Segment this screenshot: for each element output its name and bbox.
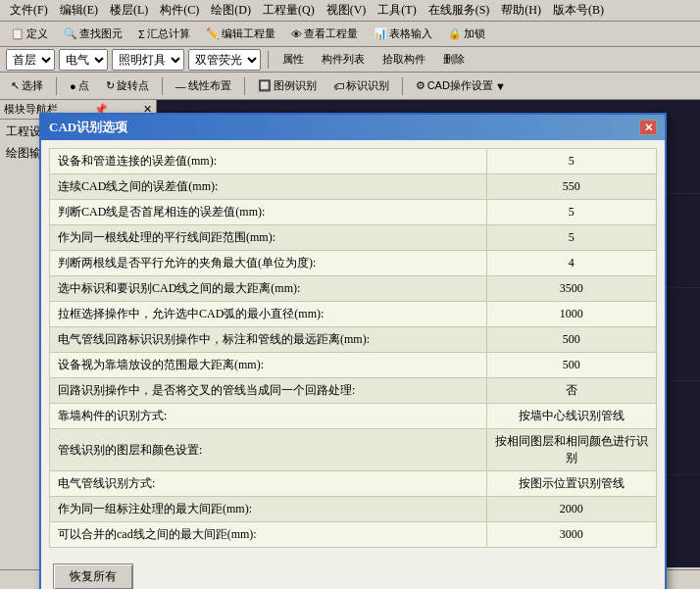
option-label: 靠墙构件的识别方式: xyxy=(50,404,487,429)
cad-options-dialog: CAD识别选项 ✕ 设备和管道连接的误差值(mm):5连续CAD线之间的误差值(… xyxy=(39,113,667,589)
option-value[interactable]: 2000 xyxy=(486,497,656,522)
option-value[interactable]: 3000 xyxy=(486,522,656,548)
option-label: 连续CAD线之间的误差值(mm): xyxy=(50,174,487,200)
option-value[interactable]: 5 xyxy=(486,149,656,174)
option-value[interactable]: 5 xyxy=(486,200,656,225)
option-label: 判断CAD线是否首尾相连的误差值(mm): xyxy=(50,200,487,225)
option-value[interactable]: 500 xyxy=(486,327,656,353)
option-value[interactable]: 4 xyxy=(486,251,656,276)
table-row[interactable]: 电气管线回路标识识别操作中，标注和管线的最远距离(mm):500 xyxy=(50,327,657,353)
table-row[interactable]: 作为同一组标注处理的最大间距(mm):2000 xyxy=(50,497,657,522)
table-row[interactable]: 可以合并的cad线之间的最大间距(mm):3000 xyxy=(50,522,657,548)
option-value[interactable]: 500 xyxy=(486,353,656,378)
option-value[interactable]: 550 xyxy=(486,174,656,200)
dialog-content: 设备和管道连接的误差值(mm):5连续CAD线之间的误差值(mm):550判断C… xyxy=(41,140,665,556)
dialog-close-button[interactable]: ✕ xyxy=(639,120,657,135)
dialog-titlebar[interactable]: CAD识别选项 ✕ xyxy=(41,115,665,140)
table-row[interactable]: 设备视为靠墙放设的范围最大距离(mm):500 xyxy=(50,353,657,378)
table-row[interactable]: 回路识别操作中，是否将交叉的管线当成同一个回路处理:否 xyxy=(50,378,657,404)
option-label: 设备和管道连接的误差值(mm): xyxy=(50,149,487,174)
option-label: 作为同一组标注处理的最大间距(mm): xyxy=(50,497,487,522)
option-value[interactable]: 3500 xyxy=(486,276,656,302)
option-value[interactable]: 5 xyxy=(486,225,656,251)
option-value[interactable]: 按相同图层和相同颜色进行识别 xyxy=(486,429,656,471)
dialog-title: CAD识别选项 xyxy=(49,119,127,136)
table-row[interactable]: 靠墙构件的识别方式:按墙中心线识别管线 xyxy=(50,404,657,429)
option-value[interactable]: 1000 xyxy=(486,302,656,327)
table-row[interactable]: 作为同一根线处理的平行线间距范围(mm):5 xyxy=(50,225,657,251)
option-label: 电气管线回路标识识别操作中，标注和管线的最远距离(mm): xyxy=(50,327,487,353)
option-label: 选中标识和要识别CAD线之间的最大距离(mm): xyxy=(50,276,487,302)
table-row[interactable]: 判断两根线是否平行允许的夹角最大值(单位为度):4 xyxy=(50,251,657,276)
option-value[interactable]: 按墙中心线识别管线 xyxy=(486,404,656,429)
table-row[interactable]: 管线识别的图层和颜色设置:按相同图层和相同颜色进行识别 xyxy=(50,429,657,471)
dialog-footer: 恢复所有 xyxy=(41,556,665,589)
table-row[interactable]: 设备和管道连接的误差值(mm):5 xyxy=(50,149,657,174)
option-value[interactable]: 否 xyxy=(486,378,656,404)
dialog-overlay: CAD识别选项 ✕ 设备和管道连接的误差值(mm):5连续CAD线之间的误差值(… xyxy=(0,0,700,589)
table-row[interactable]: 拉框选择操作中，允许选中CAD弧的最小直径(mm):1000 xyxy=(50,302,657,327)
option-label: 判断两根线是否平行允许的夹角最大值(单位为度): xyxy=(50,251,487,276)
option-label: 设备视为靠墙放设的范围最大距离(mm): xyxy=(50,353,487,378)
table-row[interactable]: 连续CAD线之间的误差值(mm):550 xyxy=(50,174,657,200)
option-label: 作为同一根线处理的平行线间距范围(mm): xyxy=(50,225,487,251)
table-row[interactable]: 判断CAD线是否首尾相连的误差值(mm):5 xyxy=(50,200,657,225)
options-table: 设备和管道连接的误差值(mm):5连续CAD线之间的误差值(mm):550判断C… xyxy=(49,148,657,548)
option-label: 管线识别的图层和颜色设置: xyxy=(50,429,487,471)
option-label: 可以合并的cad线之间的最大间距(mm): xyxy=(50,522,487,548)
option-label: 拉框选择操作中，允许选中CAD弧的最小直径(mm): xyxy=(50,302,487,327)
table-row[interactable]: 选中标识和要识别CAD线之间的最大距离(mm):3500 xyxy=(50,276,657,302)
option-value[interactable]: 按图示位置识别管线 xyxy=(486,471,656,497)
restore-all-button[interactable]: 恢复所有 xyxy=(53,564,133,589)
option-label: 电气管线识别方式: xyxy=(50,471,487,497)
option-label: 回路识别操作中，是否将交叉的管线当成同一个回路处理: xyxy=(50,378,487,404)
table-row[interactable]: 电气管线识别方式:按图示位置识别管线 xyxy=(50,471,657,497)
